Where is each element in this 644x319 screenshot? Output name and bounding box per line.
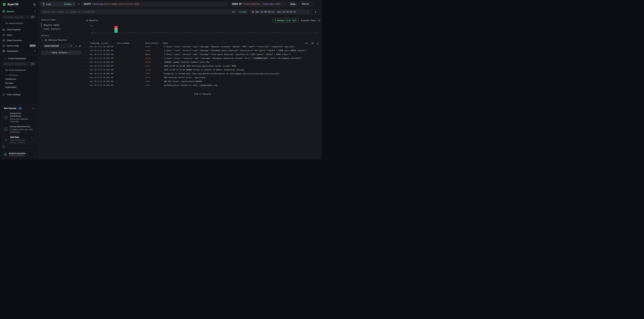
row-expand-icon[interactable]: › [86,77,87,79]
resume-live-tail-button[interactable]: Resume Live Tail [273,18,299,22]
bar-chart-icon[interactable] [75,45,77,47]
presets-toggle[interactable]: PRESETS [0,74,38,77]
row-expand-icon[interactable]: › [86,65,87,67]
download-icon[interactable] [316,42,319,44]
column-header-timestamp[interactable]: Timestamp (Local) [90,42,118,44]
x-axis-tick [249,33,250,33]
row-expand-icon[interactable]: › [86,80,87,82]
row-expand-icon[interactable]: › [86,69,87,71]
schema-toggle[interactable]: Schema [64,3,72,5]
sidebar-item-label: Service Map [7,44,19,47]
table-row[interactable]: › Dec 10 9:51:30.000 AM info 2025-12-09 … [84,64,322,68]
row-severity: error [146,57,164,59]
sidebar-collapse-icon[interactable] [33,3,36,6]
denoise-label: Denoise Results [48,39,66,41]
sidebar-item-team-settings[interactable]: Team Settings [0,92,38,97]
denoise-checkbox[interactable] [41,39,44,41]
table-row[interactable]: › Dec 10 9:51:30.000 AM info Authenticat… [84,83,322,87]
column-header-body[interactable]: ∷Body [164,42,322,44]
get-started-step[interactable]: Connect to ClickHouse Set up your databa… [4,112,34,123]
analysis-mode-option[interactable]: Event Patterns [41,27,81,31]
chevron-up-icon[interactable] [34,50,36,52]
row-body: 500 Internal Server Error: /api/orders [164,76,322,79]
sidebar-item-alerts[interactable]: Alerts [0,32,38,37]
sidebar-item-chart-explorer[interactable]: Chart Explorer [0,27,38,32]
table-row[interactable]: › Dec 10 9:51:30.000 AM info {"level":"i… [84,49,322,52]
table-row[interactable]: › Dec 10 9:51:30.000 AM info {"level":"i… [84,45,322,49]
column-header-severitytext[interactable]: ∷SeverityText [146,42,164,44]
preset-dashboard-item[interactable]: Kubernetes [0,85,38,89]
alerts-button[interactable]: Alerts [299,2,312,6]
sidebar-item-client-sessions[interactable]: Client Sessions [0,37,38,43]
save-button[interactable]: Save [289,2,297,6]
get-started-step[interactable]: Create Data Sources Configure where your… [4,125,34,133]
table-row[interactable]: › Dec 10 9:51:30.000 AM error 2025-12-09… [84,68,322,72]
drag-handle-icon[interactable]: ∷ [162,42,163,44]
user-account-button[interactable]: D dominic.tran@clic... dominic.tran@clic… [2,151,37,158]
row-body: {"level":"info","service":"api","message… [164,49,322,52]
table-row[interactable]: › Dec 10 9:51:30.000 AM info 404 Not Fou… [84,79,322,83]
sidebar-item-service-map[interactable]: Service Map BETA [0,43,38,48]
avatar: D [3,152,7,156]
table-row[interactable]: › Dec 10 9:51:30.000 AM warn {"level":"w… [84,52,322,56]
table-row[interactable]: › Dec 10 9:51:30.000 AM error 500 Intern… [84,76,322,79]
run-query-button[interactable] [312,9,320,14]
code-view-icon[interactable]: </> [305,42,308,44]
preset-dashboard-item[interactable]: Services [0,81,38,85]
row-expand-icon[interactable]: › [86,53,87,55]
get-started-step[interactable]: 3 Add Data Start sending logs, metrics, … [4,136,34,144]
preset-dashboard-item[interactable]: ClickHouse [0,77,38,81]
select-col-timestamp: Timestamp [92,3,103,5]
row-expand-icon[interactable]: › [86,61,87,63]
select-columns-input[interactable]: SELECT Timestamp ,ServiceName,SeverityTe… [82,2,228,6]
row-severity: error [146,69,164,71]
chart-bar[interactable] [114,26,118,33]
no-saved-dashboards: No saved dashboards [0,69,38,71]
chevron-right-icon[interactable]: › [41,45,42,47]
date-range-picker[interactable]: Dec 10 09:50:13 - Dec 10 10:05:13 [250,9,310,14]
end-of-results: End of Results [84,93,322,95]
x-axis-tick [130,33,130,33]
column-header-servicename[interactable]: ∷ServiceName [118,42,146,44]
plus-icon: + [5,57,6,60]
lucene-search-input[interactable]: Search your events w/ Lucene ex. column:… [40,9,248,14]
drag-handle-icon[interactable]: ∷ [143,42,144,44]
lucene-toggle[interactable]: Lucene [239,11,246,13]
row-expand-icon[interactable]: › [86,84,87,86]
row-expand-icon[interactable]: › [86,73,87,75]
table-row[interactable]: › Dec 10 9:51:30.000 AM info Exception i… [84,72,322,76]
sql-toggle[interactable]: SQL [232,11,236,13]
order-by-input[interactable]: ORDER BY (TimestampTime, Timestamp) DESC [230,2,287,6]
row-timestamp: Dec 10 9:51:30.000 AM [90,84,118,86]
text-wrap-icon[interactable] [311,42,314,44]
chevron-up-icon[interactable] [32,108,34,109]
pin-icon[interactable] [78,45,81,47]
row-expand-icon[interactable]: › [86,46,87,48]
analysis-mode-option[interactable]: Results Table [41,23,81,27]
chevron-up-icon[interactable] [34,11,36,12]
source-selector[interactable]: Logs Schema [41,2,76,6]
sidebar-item-dashboards[interactable]: Dashboards [0,48,38,54]
table-row[interactable]: › Dec 10 9:51:30.000 AM error {"level":"… [84,56,322,60]
sidebar-item-search[interactable]: Search [0,9,38,14]
source-settings-gear-icon[interactable] [78,3,80,5]
get-started-header[interactable]: Get Started 2/3 [4,107,34,110]
saved-dashboards-input[interactable]: Saved Dashboards ⌘K [2,62,36,66]
create-dashboard-button[interactable]: + Create Dashboard [0,56,38,61]
table-row[interactable]: › Dec 10 9:51:30.000 AM error [ERROR] La… [84,60,322,64]
saved-searches-placeholder: Saved Searches [8,16,29,18]
drag-handle-icon[interactable]: ∷ [116,42,116,44]
severity-field-search[interactable]: SeverityText [43,44,74,48]
denoise-results-toggle[interactable]: Denoise Results [41,39,81,41]
arrow-right-icon: → [32,139,34,141]
row-expand-icon[interactable]: › [86,50,87,52]
results-table-header: Timestamp (Local) ∷ServiceName ∷Severity… [84,41,322,45]
help-button[interactable]: ? [1,145,6,149]
row-expand-icon[interactable]: › [86,57,87,59]
saved-searches-input[interactable]: Saved Searches ⌘K [2,15,36,19]
chart-bar-segment-error [114,26,118,28]
more-filters-button[interactable]: More filters [41,50,81,55]
row-severity: warn [146,53,164,55]
order-by-keyword: ORDER BY [232,3,242,5]
row-timestamp: Dec 10 9:51:30.000 AM [90,73,118,75]
